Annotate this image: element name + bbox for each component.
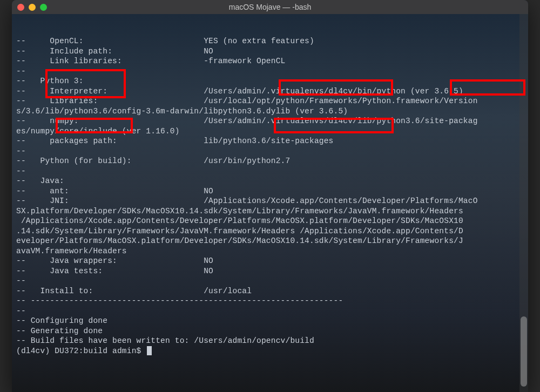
terminal-line: -- Java:: [16, 176, 524, 186]
titlebar[interactable]: macOS Mojave — -bash: [12, 0, 528, 14]
terminal-line: -- Interpreter: /Users/admin/.virtualenv…: [16, 86, 524, 97]
scrollbar[interactable]: [519, 14, 528, 392]
close-icon[interactable]: [17, 4, 24, 11]
terminal-window: macOS Mojave — -bash -- OpenCL: YES (no …: [12, 0, 528, 392]
terminal-output[interactable]: -- OpenCL: YES (no extra features)-- Inc…: [12, 14, 528, 358]
terminal-line: -- Python (for build): /usr/bin/python2.…: [16, 156, 524, 166]
terminal-line: -- Install to: /usr/local: [16, 286, 524, 296]
terminal-line: -- Generating done: [16, 326, 524, 336]
terminal-line: -- -------------------------------------…: [16, 296, 524, 306]
terminal-line: -- Python 3:: [16, 76, 524, 86]
terminal-line: -- Java wrappers: NO: [16, 256, 524, 266]
terminal-line: --: [16, 66, 524, 77]
terminal-line: -- Java tests: NO: [16, 266, 524, 276]
terminal-line: -- Libraries: /usr/local/opt/python/Fram…: [16, 96, 524, 106]
minimize-icon[interactable]: [29, 4, 36, 11]
terminal-line: -- JNI: /Applications/Xcode.app/Contents…: [16, 196, 524, 206]
terminal-line: -- packages path: lib/python3.6/site-pac…: [16, 136, 524, 146]
terminal-line: -- Include path: NO: [16, 46, 524, 57]
terminal-line: s/3.6/lib/python3.6/config-3.6m-darwin/l…: [16, 106, 524, 117]
terminal-line: --: [16, 276, 524, 286]
terminal-line: -- ant: NO: [16, 186, 524, 197]
traffic-lights: [17, 4, 47, 11]
terminal-line: .14.sdk/System/Library/Frameworks/JavaVM…: [16, 226, 524, 236]
terminal-line: -- numpy: /Users/admin/.virtualenvs/dl4c…: [16, 116, 524, 126]
terminal-line: eveloper/Platforms/MacOSX.platform/Devel…: [16, 236, 524, 246]
terminal-line: es/numpy/core/include (ver 1.16.0): [16, 126, 524, 137]
cursor: [147, 346, 152, 355]
terminal-line: --: [16, 146, 524, 157]
terminal-line: --: [16, 166, 524, 177]
terminal-line: -- Link libraries: -framework OpenCL: [16, 56, 524, 66]
terminal-line: SX.platform/Developer/SDKs/MacOSX10.14.s…: [16, 206, 524, 217]
terminal-line: --: [16, 306, 524, 316]
terminal-line: -- Configuring done: [16, 316, 524, 326]
terminal-line: -- OpenCL: YES (no extra features): [16, 36, 524, 46]
terminal-line: -- Build files have been written to: /Us…: [16, 336, 524, 346]
terminal-line: avaVM.framework/Headers: [16, 246, 524, 256]
terminal-line: (dl4cv) DU372:build admin$: [16, 346, 524, 356]
window-title: macOS Mojave — -bash: [229, 3, 312, 11]
terminal-line: /Applications/Xcode.app/Contents/Develop…: [16, 216, 524, 226]
scrollbar-thumb[interactable]: [521, 316, 527, 387]
maximize-icon[interactable]: [40, 4, 47, 11]
